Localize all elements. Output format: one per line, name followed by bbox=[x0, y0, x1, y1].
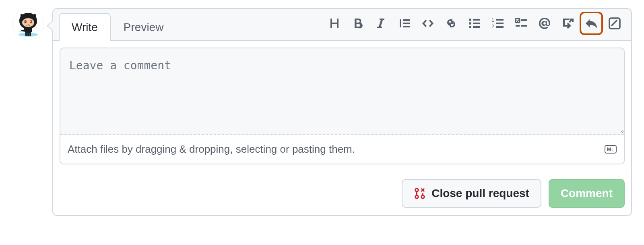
close-pull-request-label: Close pull request bbox=[431, 187, 529, 200]
svg-point-7 bbox=[469, 19, 471, 21]
link-icon[interactable] bbox=[442, 14, 460, 33]
svg-point-5 bbox=[30, 21, 31, 22]
tab-write[interactable]: Write bbox=[59, 13, 111, 41]
close-pull-request-button[interactable]: Close pull request bbox=[402, 179, 541, 208]
ordered-list-icon[interactable]: 12 bbox=[489, 14, 507, 33]
mention-icon[interactable] bbox=[535, 14, 554, 33]
avatar bbox=[12, 8, 44, 40]
svg-point-2 bbox=[24, 20, 27, 23]
svg-point-4 bbox=[25, 21, 25, 22]
comment-footer: Close pull request Comment bbox=[53, 171, 631, 215]
reply-icon[interactable] bbox=[582, 14, 601, 33]
svg-point-14 bbox=[415, 189, 419, 192]
git-pull-request-closed-icon bbox=[414, 187, 426, 199]
heading-icon[interactable] bbox=[325, 14, 344, 33]
markdown-toolbar: 12 bbox=[325, 14, 626, 38]
unordered-list-icon[interactable] bbox=[465, 14, 484, 33]
svg-point-16 bbox=[421, 195, 425, 199]
comment-button[interactable]: Comment bbox=[549, 179, 625, 208]
octocat-icon bbox=[15, 11, 41, 37]
italic-icon[interactable] bbox=[372, 14, 390, 33]
attach-files-hint-row[interactable]: Attach files by dragging & dropping, sel… bbox=[60, 135, 624, 164]
tasklist-icon[interactable] bbox=[512, 14, 530, 33]
code-icon[interactable] bbox=[419, 14, 437, 33]
bold-icon[interactable] bbox=[349, 14, 367, 33]
svg-point-1 bbox=[22, 18, 34, 27]
attach-files-hint: Attach files by dragging & dropping, sel… bbox=[68, 143, 355, 156]
svg-point-8 bbox=[469, 22, 471, 25]
svg-point-15 bbox=[415, 195, 419, 199]
svg-point-3 bbox=[30, 20, 32, 23]
markdown-badge-icon[interactable]: M↓ bbox=[605, 145, 617, 154]
svg-text:1: 1 bbox=[491, 17, 494, 23]
svg-text:2: 2 bbox=[491, 24, 494, 29]
suggestion-icon[interactable] bbox=[605, 14, 624, 33]
comment-textarea[interactable] bbox=[60, 48, 624, 133]
cross-reference-icon[interactable] bbox=[559, 14, 577, 33]
new-comment-timeline-item: Write Preview 12 bbox=[12, 8, 632, 216]
comment-button-label: Comment bbox=[561, 187, 613, 200]
comment-field-wrap: Attach files by dragging & dropping, sel… bbox=[60, 48, 625, 164]
svg-point-9 bbox=[469, 26, 471, 28]
comment-body: Attach files by dragging & dropping, sel… bbox=[53, 41, 631, 171]
tab-preview[interactable]: Preview bbox=[111, 13, 177, 41]
quote-icon[interactable] bbox=[395, 14, 414, 33]
comment-box: Write Preview 12 bbox=[52, 8, 632, 216]
comment-tabnav: Write Preview 12 bbox=[53, 9, 631, 41]
svg-point-6 bbox=[28, 24, 29, 25]
